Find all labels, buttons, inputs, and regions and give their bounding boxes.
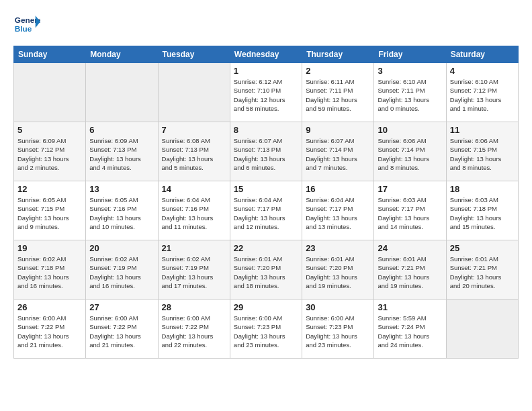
day-info: Sunrise: 6:11 AM Sunset: 7:11 PM Dayligh… [306, 77, 370, 113]
col-header-monday: Monday [86, 46, 158, 63]
day-number: 14 [162, 184, 226, 194]
day-info: Sunrise: 6:08 AM Sunset: 7:13 PM Dayligh… [162, 136, 226, 172]
calendar-cell [14, 63, 86, 122]
week-row-1: 1Sunrise: 6:12 AM Sunset: 7:10 PM Daylig… [14, 63, 519, 122]
day-info: Sunrise: 6:05 AM Sunset: 7:16 PM Dayligh… [89, 195, 154, 231]
calendar-cell: 22Sunrise: 6:01 AM Sunset: 7:20 PM Dayli… [230, 240, 302, 300]
day-info: Sunrise: 6:01 AM Sunset: 7:20 PM Dayligh… [234, 255, 298, 290]
day-number: 20 [89, 243, 154, 253]
calendar-cell: 3Sunrise: 6:10 AM Sunset: 7:11 PM Daylig… [374, 63, 446, 122]
page: General Blue SundayMondayTuesdayWednesda… [0, 0, 532, 369]
day-info: Sunrise: 6:01 AM Sunset: 7:21 PM Dayligh… [378, 255, 442, 290]
day-number: 10 [378, 125, 442, 135]
logo-icon: General Blue [13, 11, 40, 38]
calendar-cell: 29Sunrise: 6:00 AM Sunset: 7:23 PM Dayli… [230, 300, 302, 359]
day-number: 24 [378, 243, 442, 253]
svg-text:Blue: Blue [15, 24, 32, 34]
calendar-cell: 23Sunrise: 6:01 AM Sunset: 7:20 PM Dayli… [302, 240, 374, 300]
col-header-tuesday: Tuesday [158, 46, 230, 63]
day-number: 28 [162, 302, 226, 312]
day-number: 13 [89, 184, 154, 194]
calendar-cell: 15Sunrise: 6:04 AM Sunset: 7:17 PM Dayli… [230, 181, 302, 240]
day-info: Sunrise: 6:12 AM Sunset: 7:10 PM Dayligh… [234, 77, 298, 113]
day-info: Sunrise: 6:06 AM Sunset: 7:14 PM Dayligh… [378, 136, 442, 172]
calendar-cell: 27Sunrise: 6:00 AM Sunset: 7:22 PM Dayli… [86, 300, 158, 359]
day-number: 22 [234, 243, 298, 253]
calendar-cell: 10Sunrise: 6:06 AM Sunset: 7:14 PM Dayli… [374, 122, 446, 181]
col-header-sunday: Sunday [14, 46, 86, 63]
calendar-cell: 1Sunrise: 6:12 AM Sunset: 7:10 PM Daylig… [230, 63, 302, 122]
day-number: 19 [17, 243, 82, 253]
day-number: 29 [234, 302, 298, 312]
day-info: Sunrise: 6:09 AM Sunset: 7:13 PM Dayligh… [89, 136, 154, 172]
day-number: 8 [234, 125, 298, 135]
week-row-2: 5Sunrise: 6:09 AM Sunset: 7:12 PM Daylig… [14, 122, 519, 181]
calendar-cell: 8Sunrise: 6:07 AM Sunset: 7:13 PM Daylig… [230, 122, 302, 181]
calendar-cell [158, 63, 230, 122]
day-number: 25 [450, 243, 515, 253]
col-header-friday: Friday [374, 46, 446, 63]
col-header-wednesday: Wednesday [230, 46, 302, 63]
calendar-cell: 12Sunrise: 6:05 AM Sunset: 7:15 PM Dayli… [14, 181, 86, 240]
week-row-4: 19Sunrise: 6:02 AM Sunset: 7:18 PM Dayli… [14, 240, 519, 300]
day-number: 5 [17, 125, 82, 135]
day-number: 1 [234, 66, 298, 76]
day-info: Sunrise: 6:00 AM Sunset: 7:23 PM Dayligh… [306, 314, 370, 349]
day-info: Sunrise: 6:00 AM Sunset: 7:22 PM Dayligh… [162, 314, 226, 349]
day-number: 12 [17, 184, 82, 194]
day-info: Sunrise: 6:03 AM Sunset: 7:17 PM Dayligh… [378, 195, 442, 231]
day-info: Sunrise: 6:07 AM Sunset: 7:14 PM Dayligh… [306, 136, 370, 172]
day-info: Sunrise: 6:02 AM Sunset: 7:19 PM Dayligh… [89, 255, 154, 290]
calendar-cell: 28Sunrise: 6:00 AM Sunset: 7:22 PM Dayli… [158, 300, 230, 359]
day-number: 15 [234, 184, 298, 194]
day-number: 7 [162, 125, 226, 135]
week-row-3: 12Sunrise: 6:05 AM Sunset: 7:15 PM Dayli… [14, 181, 519, 240]
calendar-cell: 14Sunrise: 6:04 AM Sunset: 7:16 PM Dayli… [158, 181, 230, 240]
week-row-5: 26Sunrise: 6:00 AM Sunset: 7:22 PM Dayli… [14, 300, 519, 359]
logo: General Blue [13, 11, 43, 38]
calendar-cell: 18Sunrise: 6:03 AM Sunset: 7:18 PM Dayli… [446, 181, 518, 240]
day-number: 27 [89, 302, 154, 312]
calendar-cell: 20Sunrise: 6:02 AM Sunset: 7:19 PM Dayli… [86, 240, 158, 300]
day-info: Sunrise: 6:00 AM Sunset: 7:22 PM Dayligh… [17, 314, 82, 349]
calendar-cell: 6Sunrise: 6:09 AM Sunset: 7:13 PM Daylig… [86, 122, 158, 181]
day-number: 2 [306, 66, 370, 76]
header: General Blue [13, 11, 519, 38]
day-info: Sunrise: 6:02 AM Sunset: 7:19 PM Dayligh… [162, 255, 226, 290]
calendar-cell: 11Sunrise: 6:06 AM Sunset: 7:15 PM Dayli… [446, 122, 518, 181]
calendar-cell: 25Sunrise: 6:01 AM Sunset: 7:21 PM Dayli… [446, 240, 518, 300]
day-info: Sunrise: 6:04 AM Sunset: 7:17 PM Dayligh… [306, 195, 370, 231]
day-number: 31 [378, 302, 442, 312]
calendar-cell: 17Sunrise: 6:03 AM Sunset: 7:17 PM Dayli… [374, 181, 446, 240]
calendar-cell: 30Sunrise: 6:00 AM Sunset: 7:23 PM Dayli… [302, 300, 374, 359]
day-number: 6 [89, 125, 154, 135]
day-number: 4 [450, 66, 515, 76]
calendar-cell: 31Sunrise: 5:59 AM Sunset: 7:24 PM Dayli… [374, 300, 446, 359]
calendar-cell: 26Sunrise: 6:00 AM Sunset: 7:22 PM Dayli… [14, 300, 86, 359]
day-info: Sunrise: 6:01 AM Sunset: 7:20 PM Dayligh… [306, 255, 370, 290]
day-number: 26 [17, 302, 82, 312]
day-number: 16 [306, 184, 370, 194]
day-info: Sunrise: 6:04 AM Sunset: 7:17 PM Dayligh… [234, 195, 298, 231]
calendar-cell [446, 300, 518, 359]
day-info: Sunrise: 6:10 AM Sunset: 7:12 PM Dayligh… [450, 77, 515, 113]
day-info: Sunrise: 6:10 AM Sunset: 7:11 PM Dayligh… [378, 77, 442, 113]
day-info: Sunrise: 6:06 AM Sunset: 7:15 PM Dayligh… [450, 136, 515, 172]
day-info: Sunrise: 6:01 AM Sunset: 7:21 PM Dayligh… [450, 255, 515, 290]
day-number: 18 [450, 184, 515, 194]
day-info: Sunrise: 6:09 AM Sunset: 7:12 PM Dayligh… [17, 136, 82, 172]
day-info: Sunrise: 6:00 AM Sunset: 7:23 PM Dayligh… [234, 314, 298, 349]
calendar-cell: 9Sunrise: 6:07 AM Sunset: 7:14 PM Daylig… [302, 122, 374, 181]
calendar-cell: 5Sunrise: 6:09 AM Sunset: 7:12 PM Daylig… [14, 122, 86, 181]
calendar-cell: 2Sunrise: 6:11 AM Sunset: 7:11 PM Daylig… [302, 63, 374, 122]
calendar-cell: 13Sunrise: 6:05 AM Sunset: 7:16 PM Dayli… [86, 181, 158, 240]
calendar-cell: 19Sunrise: 6:02 AM Sunset: 7:18 PM Dayli… [14, 240, 86, 300]
day-info: Sunrise: 6:04 AM Sunset: 7:16 PM Dayligh… [162, 195, 226, 231]
day-number: 3 [378, 66, 442, 76]
calendar-cell: 21Sunrise: 6:02 AM Sunset: 7:19 PM Dayli… [158, 240, 230, 300]
day-number: 9 [306, 125, 370, 135]
calendar-cell: 4Sunrise: 6:10 AM Sunset: 7:12 PM Daylig… [446, 63, 518, 122]
calendar-cell: 7Sunrise: 6:08 AM Sunset: 7:13 PM Daylig… [158, 122, 230, 181]
day-number: 23 [306, 243, 370, 253]
calendar-cell: 16Sunrise: 6:04 AM Sunset: 7:17 PM Dayli… [302, 181, 374, 240]
